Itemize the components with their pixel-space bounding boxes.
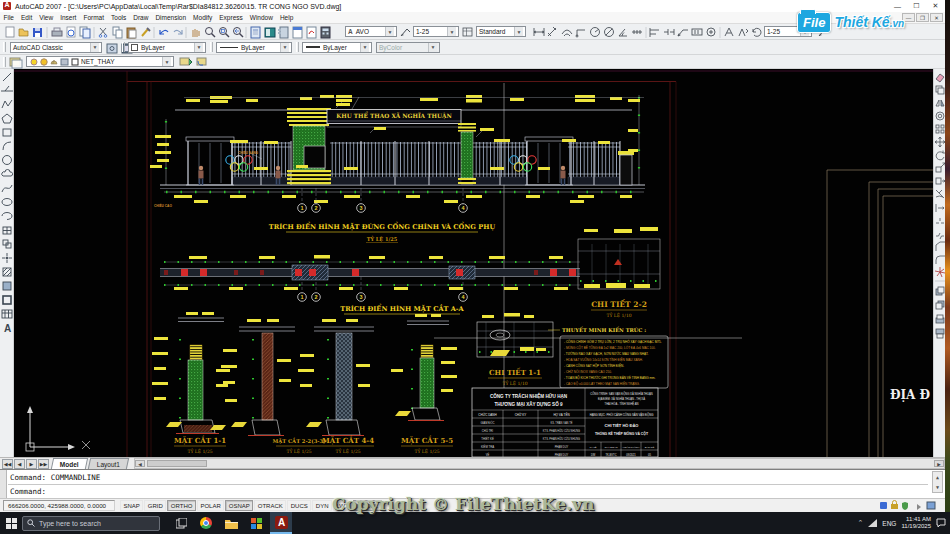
redo-icon[interactable] [174,30,182,34]
properties-icon[interactable] [251,27,260,38]
hatch-tool-icon[interactable] [3,268,11,276]
dim-aligned-icon[interactable] [548,27,556,36]
tray-clock[interactable]: 11:41 AM11/19/2025 [901,516,931,531]
undo-icon[interactable] [160,30,168,34]
dim-center-mark-icon[interactable] [707,28,715,36]
markup-set-manager-icon[interactable] [307,27,316,38]
draworder-above-icon[interactable] [936,315,944,323]
autocad-taskbar-icon[interactable]: A [270,512,292,534]
command-scrollbar[interactable]: ▲▼ [932,471,943,493]
table-style-combo[interactable]: Standard▼ [476,26,526,37]
publish-icon[interactable] [80,27,90,38]
horizontal-scrollbar[interactable]: ◀ ▶ [134,458,945,469]
explode-tool-icon[interactable] [935,267,945,277]
dim-tolerance-icon[interactable] [692,29,702,35]
stretch-tool-icon[interactable] [936,178,945,184]
tab-prev-button[interactable]: ◀ [14,459,25,469]
scroll-right-arrow[interactable]: ▶ [934,460,944,467]
scroll-thumb[interactable] [147,460,207,467]
polyline-tool-icon[interactable] [2,100,12,108]
dim-style-icon[interactable] [399,25,413,39]
menu-help[interactable]: Help [276,14,296,21]
chamfer-tool-icon[interactable] [936,242,945,251]
ducs-toggle[interactable]: DUCS [287,500,311,511]
shield-icon[interactable] [902,502,908,510]
ellipse-tool-icon[interactable] [2,199,12,206]
region-tool-icon[interactable] [3,296,11,304]
menu-edit[interactable]: Edit [17,14,35,21]
spline-tool-icon[interactable] [2,185,12,192]
new-file-icon[interactable] [6,27,14,37]
taskbar-search-input[interactable]: Type here to search [22,516,160,531]
make-block-tool-icon[interactable] [3,240,11,248]
break-point-tool-icon[interactable] [936,218,944,223]
annotation-icon[interactable] [880,502,887,509]
pan-icon[interactable] [193,29,199,37]
layer-manager-icon[interactable] [8,55,24,69]
text-style-combo[interactable]: AAVO▼ [345,26,397,37]
scale-tool-icon[interactable] [936,163,945,172]
erase-tool-icon[interactable] [936,74,944,82]
task-view-icon[interactable] [170,512,192,534]
start-button[interactable] [0,512,22,534]
extend-tool-icon[interactable] [936,204,944,212]
maximize-button[interactable]: ☐ [907,0,926,12]
open-file-icon[interactable] [19,29,28,36]
menu-draw[interactable]: Draw [130,14,152,21]
trim-tool-icon[interactable] [936,190,944,198]
array-tool-icon[interactable] [936,125,944,133]
doc-restore-button[interactable]: ❐ [916,13,929,22]
dim-continue-icon[interactable] [664,29,674,35]
notification-icon[interactable] [936,518,946,529]
dim-text-edit-icon[interactable] [739,29,748,36]
dim-angular-icon[interactable] [619,29,627,36]
arc-tool-icon[interactable] [3,142,11,150]
paste-icon[interactable] [127,28,136,38]
grid-toggle[interactable]: GRID [144,500,166,511]
photos-icon[interactable] [245,512,267,534]
dyn-toggle[interactable]: DYN [312,500,332,511]
xline-tool-icon[interactable] [1,86,13,91]
point-tool-icon[interactable] [2,253,12,263]
chrome-icon[interactable] [195,512,217,534]
offset-tool-icon[interactable] [936,112,944,120]
draworder-front-icon[interactable] [936,287,944,295]
tab-model[interactable]: Model [51,458,88,469]
break-tool-icon[interactable] [936,233,944,239]
workspace-combo[interactable]: AutoCAD Classic▼ [10,42,102,53]
tab-last-button[interactable]: ▶▶ [38,459,49,469]
tool-palettes-icon[interactable] [278,27,288,38]
menu-dimension[interactable]: Dimension [152,14,190,21]
menu-window[interactable]: Window [246,14,276,21]
polar-toggle[interactable]: POLAR [197,500,224,511]
dim-scale-combo[interactable]: 1-25▼ [413,26,459,37]
layer-control-combo[interactable]: NET_THAY▼ [26,56,174,67]
layer-previous-icon[interactable] [197,58,206,65]
otrack-toggle[interactable]: OTRACK [254,500,286,511]
designcenter-icon[interactable] [265,28,275,37]
dim-quick-icon[interactable] [632,30,642,34]
zoom-window-icon[interactable] [220,28,230,38]
quickcalc-icon[interactable] [321,27,330,38]
menu-modify[interactable]: Modify [190,14,216,21]
tab-layout1[interactable]: Layout1 [88,458,129,469]
circle-tool-icon[interactable] [3,156,12,165]
color-control-combo[interactable]: ByLayer▼ [128,42,206,53]
line-tool-icon[interactable] [3,73,11,81]
revcloud-tool-icon[interactable] [2,170,13,177]
mirror-tool-icon[interactable] [936,100,944,106]
menu-insert[interactable]: Insert [57,14,80,21]
menu-view[interactable]: View [36,14,57,21]
draworder-back-icon[interactable] [936,301,944,309]
save-icon[interactable] [33,28,42,37]
tray-chevron-icon[interactable]: ⌃ [857,519,863,527]
osnap-toggle[interactable]: OSNAP [225,500,253,511]
tray-network-icon[interactable] [868,519,877,528]
menu-tools[interactable]: Tools [108,14,130,21]
copy-clip-icon[interactable] [113,27,122,38]
gradient-tool-icon[interactable] [3,282,11,290]
polygon-tool-icon[interactable] [2,114,12,123]
insert-block-tool-icon[interactable] [3,227,11,234]
command-input-line[interactable]: Command: [10,487,46,496]
dim-diameter-icon[interactable] [605,28,614,37]
